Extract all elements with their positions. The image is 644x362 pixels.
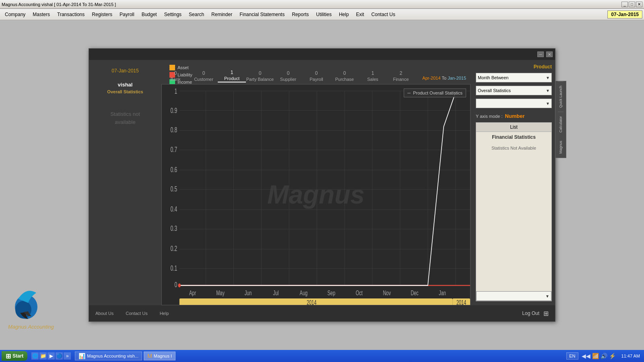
list-dropdown-arrow-icon: ▼ — [545, 294, 549, 298]
taskbar-language[interactable]: EN — [566, 352, 578, 360]
svg-text:Apr: Apr — [189, 290, 196, 297]
tab-product[interactable]: 1 Product — [218, 70, 246, 82]
menu-bar: Company Masters Transactions Registers P… — [0, 9, 644, 20]
taskbar-network-icon: 📶 — [592, 353, 599, 359]
menu-payroll[interactable]: Payroll — [116, 10, 138, 19]
menu-date: 07-Jan-2015 — [607, 10, 642, 19]
sidebar-stats-label: Overall Statistics — [107, 89, 143, 94]
maximize-button[interactable]: □ — [629, 2, 635, 7]
quick-launch-item[interactable]: Quick Launch — [558, 81, 564, 112]
menu-exit[interactable]: Exit — [353, 10, 367, 19]
taskbar-icon-browser[interactable]: 🔵 — [56, 352, 63, 360]
chart-tooltip: ─ Product Overall Statistics — [404, 88, 466, 97]
tab-purchase[interactable]: 0 Purchase — [330, 70, 359, 82]
footer-about-us[interactable]: About Us — [95, 311, 114, 316]
logout-button[interactable]: Log Out — [522, 311, 539, 316]
calculator-sidebar-item[interactable]: Calculator — [558, 112, 564, 137]
svg-text:Jan: Jan — [439, 290, 446, 297]
menu-budget[interactable]: Budget — [138, 10, 160, 19]
start-button[interactable]: ⊞ Start — [2, 351, 27, 361]
window-minimize-button[interactable]: ─ — [537, 51, 544, 57]
chart-area: Apr-2014 To Jan-2015 Magnus ─ Product Ov… — [161, 84, 471, 305]
svg-text:0: 0 — [175, 281, 178, 289]
tab-party-balance[interactable]: 0 Party Balance — [246, 70, 274, 82]
left-sidebar: 07-Jan-2015 vishal Overall Statistics St… — [89, 60, 161, 305]
svg-text:0.8: 0.8 — [171, 126, 178, 134]
taskbar-program-magnus-accounting[interactable]: 📊 Magnus Accounting vish... — [75, 352, 142, 360]
footer-contact-us[interactable]: Contact Us — [126, 311, 147, 316]
menu-search[interactable]: Search — [186, 10, 207, 19]
menu-reports[interactable]: Reports — [289, 10, 312, 19]
taskbar-quick-launch-icons: 🌐 📁 ▶ 🔵 » — [29, 352, 73, 360]
yaxis-row: Y axis mode : Number — [476, 113, 552, 119]
title-bar: Magnus Accounting vishal [ 01-Apr-2014 T… — [0, 0, 644, 9]
footer-right: Log Out ⊞ — [522, 310, 549, 317]
taskbar-power-icon: ⚡ — [609, 353, 616, 359]
title-bar-text: Magnus Accounting vishal [ 01-Apr-2014 T… — [2, 2, 116, 7]
taskbar-program-magnus-i[interactable]: M Magnus I — [144, 352, 175, 360]
calculator-icon[interactable]: ⊞ — [543, 310, 549, 317]
menu-contact-us[interactable]: Contact Us — [368, 10, 398, 19]
svg-text:Nov: Nov — [383, 290, 391, 297]
chart-tabs: 0 Bank 0 Customer 1 Product 0 Party Bala… — [161, 60, 471, 84]
taskbar-icon-folder[interactable]: 📁 — [39, 352, 47, 360]
footer-help[interactable]: Help — [160, 311, 169, 316]
main-area: Magnus Accounting ─ ✕ 07-Jan-2015 vishal… — [0, 20, 644, 350]
dropdown3-arrow-icon: ▼ — [546, 101, 550, 106]
financial-statistics-title: Financial Statistics — [476, 132, 551, 142]
app-window-header: ─ ✕ — [89, 49, 555, 60]
chart-svg: 1 0.9 0.8 0.7 0.6 0.5 0.4 0.3 0.2 0.1 0 … — [162, 84, 470, 305]
taskbar-icon-media[interactable]: ▶ — [47, 352, 55, 360]
taskbar: ⊞ Start 🌐 📁 ▶ 🔵 » 📊 Magnus Accounting vi… — [0, 350, 644, 362]
logo-icon — [8, 285, 44, 321]
tab-bank[interactable]: 0 Bank — [161, 70, 190, 82]
menu-financial-statements[interactable]: Financial Statements — [236, 10, 288, 19]
minimize-button[interactable]: _ — [621, 2, 628, 7]
month-between-dropdown[interactable]: Month Between ▼ — [476, 73, 552, 82]
list-dropdown[interactable]: ▼ — [476, 291, 551, 301]
svg-text:Dec: Dec — [411, 290, 419, 297]
menu-settings[interactable]: Settings — [161, 10, 185, 19]
window-close-button[interactable]: ✕ — [546, 51, 553, 57]
menu-reminder[interactable]: Reminder — [208, 10, 235, 19]
right-panel: Product Month Between ▼ Overall Statisti… — [473, 60, 555, 305]
menu-company[interactable]: Company — [2, 10, 29, 19]
third-dropdown[interactable]: ▼ — [476, 99, 552, 108]
chart-date-from: Apr-2014 — [422, 76, 440, 80]
close-button[interactable]: ✕ — [636, 2, 642, 7]
svg-text:Jun: Jun — [245, 290, 252, 297]
taskbar-time: 11:47 AM — [619, 354, 642, 358]
menu-help[interactable]: Help — [336, 10, 352, 19]
quick-launch-panel: Quick Launch Calculator Magnus — [555, 81, 566, 158]
menu-masters[interactable]: Masters — [29, 10, 53, 19]
product-label: Product — [476, 64, 552, 70]
start-label: Start — [12, 353, 23, 359]
tab-customer[interactable]: 0 Customer — [190, 70, 218, 82]
menu-registers[interactable]: Registers — [89, 10, 116, 19]
app-footer: About Us Contact Us Help Log Out ⊞ — [89, 305, 555, 321]
taskbar-right: EN ◀◀ 📶 🔊 ⚡ 11:47 AM — [566, 352, 642, 360]
tab-supplier[interactable]: 0 Supplier — [274, 70, 302, 82]
svg-text:0.7: 0.7 — [171, 145, 178, 153]
magnus-sidebar-item[interactable]: Magnus — [558, 137, 564, 158]
sidebar-date: 07-Jan-2015 — [111, 68, 138, 74]
taskbar-icon-ie[interactable]: 🌐 — [31, 352, 39, 360]
stats-not-available-text: Statistics notavailable — [110, 110, 140, 126]
svg-text:1: 1 — [175, 87, 178, 95]
svg-text:0.6: 0.6 — [171, 165, 178, 173]
svg-text:0.5: 0.5 — [171, 185, 178, 193]
svg-text:0.4: 0.4 — [171, 205, 178, 213]
tab-finance[interactable]: 2 Finance — [387, 70, 415, 82]
taskbar-icon-more[interactable]: » — [64, 352, 71, 360]
statistics-not-available: Statistics Not Available — [476, 142, 551, 154]
tab-sales[interactable]: 1 Sales — [359, 70, 387, 82]
taskbar-program-label-1: Magnus Accounting vish... — [87, 354, 138, 358]
svg-text:Aug: Aug — [300, 290, 308, 297]
list-panel: List Financial Statistics Statistics Not… — [476, 122, 552, 301]
tab-payroll[interactable]: 0 Payroll — [302, 70, 330, 82]
chart-date-range: Apr-2014 To Jan-2015 — [422, 76, 466, 80]
chart-tooltip-text: Product Overall Statistics — [413, 90, 462, 95]
menu-transactions[interactable]: Transactions — [54, 10, 88, 19]
menu-utilities[interactable]: Utilities — [313, 10, 335, 19]
overall-statistics-dropdown[interactable]: Overall Statistics ▼ — [476, 86, 552, 95]
